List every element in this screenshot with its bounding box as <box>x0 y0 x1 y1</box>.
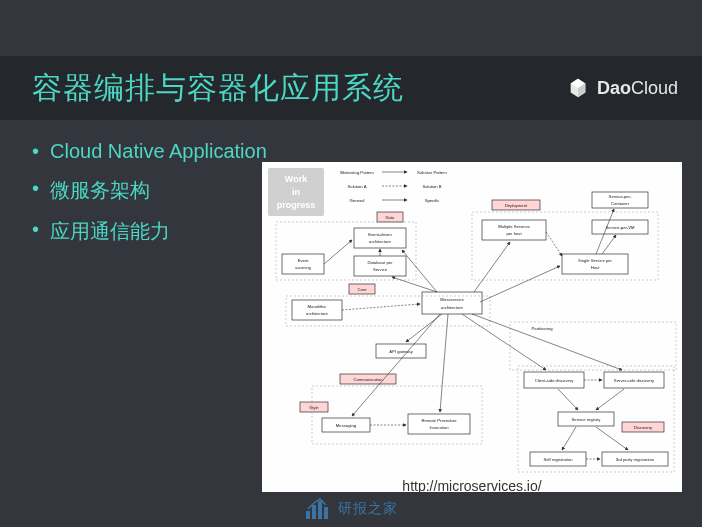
svg-line-36 <box>402 250 437 292</box>
box-text: Server-side discovery <box>614 378 655 383</box>
box-text: Self registration <box>543 457 573 462</box>
box-text: Monolithic <box>308 304 327 309</box>
svg-rect-10 <box>282 254 324 274</box>
svg-rect-13 <box>482 220 546 240</box>
box-text: Event <box>298 258 310 263</box>
brand: DaoCloud <box>567 77 678 99</box>
box-text: Service <box>373 267 388 272</box>
box-text: Database per <box>367 260 393 265</box>
legend-text: Solution A <box>348 184 367 189</box>
daocloud-logo-icon <box>567 77 589 99</box>
wip-text: Work <box>285 174 308 184</box>
box-text: Container <box>611 201 630 206</box>
svg-rect-11 <box>354 228 406 248</box>
wip-text: in <box>292 187 300 197</box>
watermark: 研报之家 <box>304 497 398 521</box>
legend-text: Solution Pattern <box>417 170 447 175</box>
box-text: Microservice <box>440 297 464 302</box>
cat-label: Discovery <box>634 425 653 430</box>
legend-text: Motivating Pattern <box>340 170 374 175</box>
box-text: architecture <box>369 239 392 244</box>
box-text: Host <box>591 265 600 270</box>
watermark-text: 研报之家 <box>338 500 398 518</box>
watermark-icon <box>304 497 332 521</box>
svg-line-44 <box>352 314 440 416</box>
svg-line-52 <box>562 427 576 450</box>
slide-title: 容器编排与容器化应用系统 <box>32 68 567 109</box>
wip-text: progress <box>277 200 316 210</box>
svg-rect-12 <box>354 256 406 276</box>
box-text: architecture <box>441 305 464 310</box>
box-text: Event-driven <box>368 232 392 237</box>
svg-line-38 <box>474 242 510 292</box>
svg-line-35 <box>342 304 420 310</box>
architecture-diagram: Work in progress Motivating Pattern Solu… <box>262 162 682 492</box>
box-text: Service-per- <box>609 194 632 199</box>
svg-line-42 <box>602 235 616 254</box>
title-bar: 容器编排与容器化应用系统 DaoCloud <box>0 56 702 120</box>
brand-text: DaoCloud <box>597 78 678 99</box>
box-text: Service registry <box>572 417 602 422</box>
legend-text: Solution B <box>422 184 441 189</box>
legend-text: Specific <box>425 198 440 203</box>
cat-label: Core <box>357 287 367 292</box>
svg-rect-56 <box>312 505 316 519</box>
box-text: 3rd party registration <box>616 457 655 462</box>
box-text: Remote Procedure <box>421 418 457 423</box>
bullet-item: Cloud Native Application <box>32 140 678 163</box>
svg-rect-21 <box>408 414 470 434</box>
box-text: architecture <box>306 311 329 316</box>
svg-rect-14 <box>562 254 628 274</box>
svg-line-37 <box>392 277 437 292</box>
box-text: sourcing <box>295 265 311 270</box>
svg-rect-57 <box>318 501 322 519</box>
svg-line-47 <box>472 314 622 370</box>
box-text: Single Service per <box>578 258 613 263</box>
cat-label: Communication <box>353 377 383 382</box>
slide: 容器编排与容器化应用系统 DaoCloud Cloud Native Appli… <box>0 0 702 527</box>
box-text: Client-side discovery <box>535 378 575 383</box>
cat-label: Partitioning <box>532 326 554 331</box>
content-area: Cloud Native Application 微服务架构 应用通信能力 Wo… <box>32 140 678 507</box>
diagram-caption: http://microservices.io/ <box>262 478 682 494</box>
svg-line-51 <box>596 389 624 410</box>
cat-label: Deployment <box>505 203 528 208</box>
svg-rect-58 <box>324 507 328 519</box>
box-text: Messaging <box>336 423 357 428</box>
svg-line-45 <box>440 314 448 412</box>
svg-line-50 <box>558 389 578 410</box>
box-text: Multiple Services <box>498 224 530 229</box>
svg-line-46 <box>462 314 546 370</box>
source-link[interactable]: http://microservices.io/ <box>402 478 541 494</box>
box-text: per host <box>506 231 522 236</box>
cat-label: Data <box>386 215 396 220</box>
box-text: Service-per-VM <box>605 225 635 230</box>
svg-rect-17 <box>292 300 342 320</box>
svg-line-40 <box>546 232 562 256</box>
legend-text: General <box>350 198 365 203</box>
svg-line-33 <box>324 240 352 264</box>
cat-label: Style <box>309 405 319 410</box>
box-text: API gateway <box>389 349 413 354</box>
svg-line-39 <box>480 266 560 302</box>
svg-rect-18 <box>422 292 482 314</box>
box-text: Invocation <box>429 425 449 430</box>
svg-rect-55 <box>306 511 310 519</box>
